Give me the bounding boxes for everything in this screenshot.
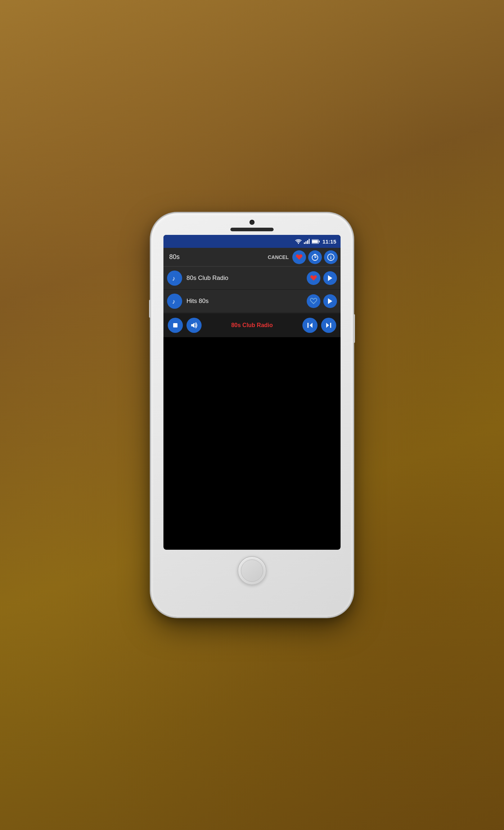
screen: 11:15 CANCEL (163, 235, 341, 550)
svg-rect-1 (304, 242, 305, 244)
svg-rect-3 (307, 240, 308, 244)
svg-text:♪: ♪ (172, 275, 175, 282)
heart-filled-icon (296, 254, 303, 260)
timer-icon (311, 254, 319, 261)
phone-device: 11:15 CANCEL (151, 213, 353, 617)
svg-marker-20 (191, 323, 194, 328)
svg-rect-7 (319, 241, 320, 242)
svg-rect-19 (173, 323, 177, 327)
player-next-button[interactable] (321, 318, 336, 333)
station-music-icon-1[interactable]: ♪ (167, 271, 182, 286)
cancel-button[interactable]: CANCEL (266, 254, 290, 260)
status-icons (295, 239, 320, 244)
station-actions-1 (307, 271, 337, 285)
play-icon-2 (327, 298, 333, 304)
svg-rect-2 (305, 241, 306, 244)
station-item[interactable]: ♪ 80s Club Radio (163, 267, 341, 290)
station-list: ♪ 80s Club Radio (163, 267, 341, 313)
station-item-2[interactable]: ♪ Hits 80s (163, 290, 341, 313)
home-button-inner (241, 559, 263, 582)
station-actions-2 (307, 294, 337, 308)
info-icon: i (327, 254, 334, 261)
prev-icon (307, 322, 313, 329)
play-icon-1 (327, 275, 333, 281)
svg-marker-18 (328, 298, 332, 304)
home-button[interactable] (238, 556, 266, 585)
front-camera (249, 220, 255, 225)
search-input[interactable] (166, 253, 264, 261)
heart-filled-icon-1 (310, 275, 317, 281)
earpiece (230, 228, 274, 231)
svg-text:i: i (330, 255, 332, 260)
phone-top (151, 213, 353, 231)
music-note-icon: ♪ (171, 274, 179, 282)
svg-rect-6 (312, 240, 318, 243)
player-stop-button[interactable] (168, 318, 183, 333)
next-icon (325, 322, 332, 329)
music-note-icon-2: ♪ (171, 297, 179, 305)
station-music-icon-2[interactable]: ♪ (167, 294, 182, 309)
status-time: 11:15 (323, 238, 336, 245)
station-name-2: Hits 80s (186, 298, 302, 305)
station-play-button-1[interactable] (323, 271, 337, 285)
power-button[interactable] (353, 314, 355, 343)
wifi-icon (295, 239, 302, 244)
battery-icon (312, 239, 320, 244)
svg-rect-24 (330, 323, 331, 328)
search-bar: CANCEL (163, 248, 341, 267)
station-name-1: 80s Club Radio (186, 275, 302, 282)
svg-marker-16 (328, 275, 332, 281)
station-favorite-button-1[interactable] (307, 271, 320, 285)
status-bar: 11:15 (163, 235, 341, 248)
player-bar: 80s Club Radio (163, 313, 341, 337)
svg-point-0 (298, 243, 299, 244)
signal-icon (304, 239, 310, 244)
svg-rect-11 (314, 254, 316, 255)
svg-rect-22 (307, 323, 309, 328)
favorites-filter-button[interactable] (292, 250, 306, 264)
stop-icon (172, 322, 178, 328)
player-prev-button[interactable] (302, 318, 318, 333)
player-volume-button[interactable] (186, 318, 202, 333)
timer-button[interactable] (308, 250, 322, 264)
player-station-name: 80s Club Radio (205, 322, 299, 329)
svg-marker-23 (326, 323, 329, 328)
svg-marker-21 (310, 323, 312, 328)
heart-outline-icon-2 (310, 298, 317, 304)
svg-rect-4 (309, 239, 310, 244)
app-content: CANCEL (163, 248, 341, 337)
station-favorite-button-2[interactable] (307, 294, 320, 308)
svg-text:♪: ♪ (172, 298, 175, 305)
volume-button[interactable] (149, 300, 151, 318)
info-button[interactable]: i (324, 250, 338, 264)
station-play-button-2[interactable] (323, 294, 337, 308)
volume-icon (190, 322, 198, 329)
